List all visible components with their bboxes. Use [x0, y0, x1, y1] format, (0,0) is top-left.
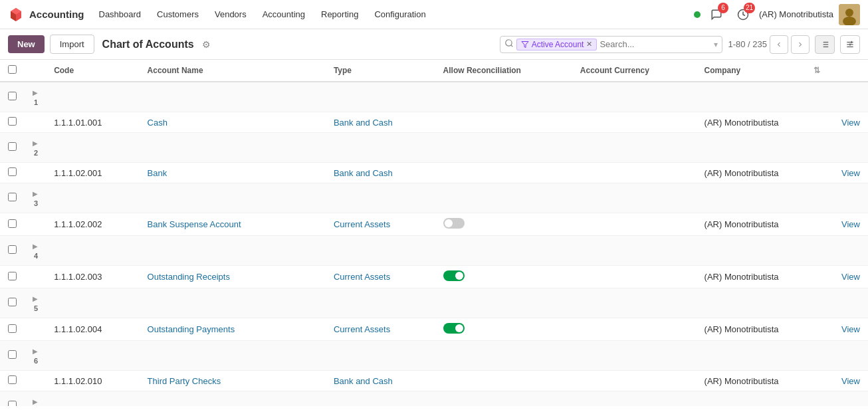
row-view-link[interactable]: View — [828, 112, 868, 133]
row-checkbox[interactable] — [8, 324, 17, 333]
svg-point-4 — [505, 40, 511, 46]
row-reconciliation[interactable] — [435, 266, 572, 288]
row-checkbox[interactable] — [8, 167, 17, 176]
reconciliation-toggle-on[interactable] — [443, 270, 465, 281]
row-view-link[interactable]: View — [828, 371, 868, 391]
group-expand-cell[interactable]: ▶ 5 — [25, 288, 46, 318]
row-account-name[interactable]: Bank — [140, 163, 326, 183]
reconciliation-toggle-on[interactable] — [443, 323, 465, 334]
group-checkbox[interactable] — [8, 401, 17, 406]
chat-button[interactable]: 6 — [706, 4, 727, 25]
group-number: 3 — [34, 199, 38, 207]
nav-accounting[interactable]: Accounting — [256, 5, 312, 23]
row-company: (AR) Monotributista — [697, 112, 828, 133]
search-icon — [504, 39, 514, 50]
nav-reporting[interactable]: Reporting — [314, 5, 365, 23]
nav-configuration[interactable]: Configuration — [368, 5, 432, 23]
row-account-name[interactable]: Bank Suspense Account — [140, 213, 326, 236]
search-input[interactable] — [599, 39, 711, 49]
group-checkbox[interactable] — [8, 92, 17, 100]
row-reconciliation[interactable] — [435, 112, 572, 133]
code-header[interactable]: Code — [46, 60, 139, 82]
group-checkbox[interactable] — [8, 193, 17, 201]
nav-customers[interactable]: Customers — [150, 5, 205, 23]
new-button[interactable]: New — [8, 35, 45, 53]
group-expand-icon[interactable]: ▶ — [33, 295, 38, 302]
page-next-button[interactable] — [791, 35, 810, 54]
row-reconciliation[interactable] — [435, 318, 572, 341]
group-expand-cell[interactable]: ▶ 6 — [25, 341, 46, 371]
filter-tag: Active Account ✕ — [516, 39, 597, 51]
group-row: ▶ 1 — [0, 82, 868, 112]
row-expand-cell — [25, 266, 46, 288]
row-reconciliation[interactable] — [435, 371, 572, 391]
nav-vendors[interactable]: Vendors — [208, 5, 253, 23]
row-view-link[interactable]: View — [828, 213, 868, 236]
row-checkbox[interactable] — [8, 375, 17, 384]
account-currency-header[interactable]: Account Currency — [572, 60, 697, 82]
allow-reconciliation-header[interactable]: Allow Reconciliation — [435, 60, 572, 82]
topnav-right: 6 21 (AR) Monotributista — [694, 4, 860, 25]
group-expand-icon[interactable]: ▶ — [33, 89, 38, 96]
group-spacer — [46, 341, 868, 371]
row-checkbox[interactable] — [8, 117, 17, 126]
user-avatar[interactable] — [839, 4, 860, 25]
group-expand-icon[interactable]: ▶ — [33, 140, 38, 147]
select-all-checkbox[interactable] — [8, 65, 17, 74]
row-reconciliation[interactable] — [435, 163, 572, 183]
account-name-header[interactable]: Account Name — [140, 60, 326, 82]
group-checkbox[interactable] — [8, 298, 17, 306]
group-checkbox[interactable] — [8, 350, 17, 359]
row-checkbox-cell — [0, 318, 25, 341]
page-title: Chart of Accounts — [102, 39, 194, 51]
row-company: (AR) Monotributista — [697, 266, 828, 288]
row-company: (AR) Monotributista — [697, 371, 828, 391]
pagination-info: 1-80 / 235 — [728, 39, 767, 49]
nav-dashboard[interactable]: Dashboard — [92, 5, 148, 23]
group-checkbox-cell — [0, 82, 25, 112]
page-prev-button[interactable] — [770, 35, 788, 54]
row-account-name[interactable]: Outstanding Payments — [140, 318, 326, 341]
group-expand-cell[interactable]: ▶ 9 — [25, 391, 46, 407]
activity-button[interactable]: 21 — [732, 4, 754, 25]
group-checkbox-cell — [0, 391, 25, 407]
type-header[interactable]: Type — [326, 60, 435, 82]
settings-icon[interactable]: ⚙ — [202, 39, 211, 50]
row-checkbox[interactable] — [8, 272, 17, 280]
company-header[interactable]: Company ⇅ — [697, 60, 828, 82]
import-button[interactable]: Import — [50, 35, 94, 54]
row-view-link[interactable]: View — [828, 163, 868, 183]
group-expand-cell[interactable]: ▶ 4 — [25, 236, 46, 266]
group-expand-cell[interactable]: ▶ 1 — [25, 82, 46, 112]
group-expand-cell[interactable]: ▶ 2 — [25, 133, 46, 163]
row-checkbox[interactable] — [8, 219, 17, 228]
group-expand-cell[interactable]: ▶ 3 — [25, 183, 46, 213]
row-type: Current Assets — [326, 266, 435, 288]
row-account-name[interactable]: Cash — [140, 112, 326, 133]
list-view-button[interactable] — [815, 35, 835, 54]
row-view-link[interactable]: View — [828, 266, 868, 288]
column-settings-icon[interactable]: ⇅ — [814, 66, 820, 75]
row-account-name[interactable]: Outstanding Receipts — [140, 266, 326, 288]
accounts-table-container: Code Account Name Type Allow Reconciliat… — [0, 60, 868, 406]
select-all-header[interactable] — [0, 60, 25, 82]
group-expand-icon[interactable]: ▶ — [33, 190, 38, 197]
group-checkbox-cell — [0, 183, 25, 213]
group-expand-icon[interactable]: ▶ — [33, 243, 38, 250]
optional-columns-button[interactable] — [840, 35, 860, 54]
row-type: Current Assets — [326, 213, 435, 236]
search-dropdown-arrow[interactable]: ▾ — [714, 40, 718, 49]
row-account-name[interactable]: Third Party Checks — [140, 371, 326, 391]
group-expand-icon[interactable]: ▶ — [33, 348, 38, 355]
filter-remove-button[interactable]: ✕ — [586, 40, 592, 49]
reconciliation-toggle-off[interactable] — [443, 218, 465, 229]
row-expand-cell — [25, 112, 46, 133]
group-checkbox[interactable] — [8, 245, 17, 254]
row-view-link[interactable]: View — [828, 318, 868, 341]
row-code: 1.1.1.02.004 — [46, 318, 139, 341]
group-checkbox[interactable] — [8, 142, 17, 151]
row-type: Bank and Cash — [326, 112, 435, 133]
toolbar: New Import Chart of Accounts ⚙ Active Ac… — [0, 29, 868, 60]
row-reconciliation[interactable] — [435, 213, 572, 236]
group-expand-icon[interactable]: ▶ — [33, 398, 38, 405]
